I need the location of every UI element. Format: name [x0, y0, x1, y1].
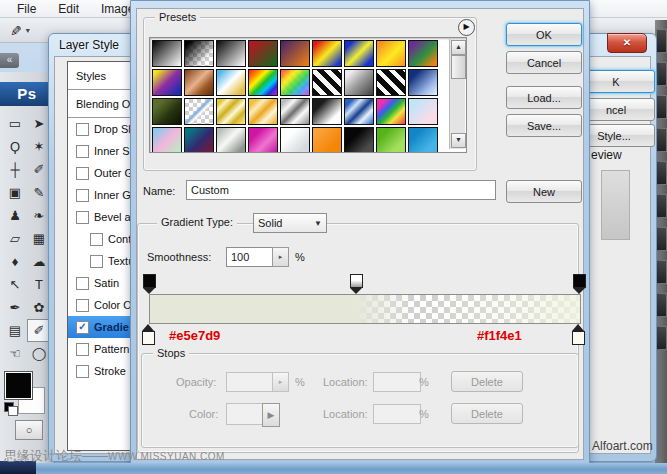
- gradient-preset[interactable]: [184, 69, 214, 96]
- gradient-preset[interactable]: [344, 40, 374, 67]
- save-button[interactable]: Save...: [506, 114, 582, 137]
- gradient-preset[interactable]: [152, 40, 182, 67]
- checkbox-icon[interactable]: [76, 167, 89, 180]
- menu-file[interactable]: File: [6, 2, 47, 16]
- name-input[interactable]: Custom: [186, 180, 496, 200]
- ok-button[interactable]: OK: [506, 23, 582, 46]
- eyedropper-icon[interactable]: ✐: [10, 22, 22, 38]
- gradient-preset[interactable]: [152, 69, 182, 96]
- gradient-preset[interactable]: [376, 98, 406, 125]
- checkbox-icon[interactable]: ✓: [76, 321, 89, 334]
- gradient-preset[interactable]: [376, 40, 406, 67]
- chevron-down-icon[interactable]: ▾: [26, 26, 30, 35]
- panel-collapse-button[interactable]: «: [0, 53, 19, 68]
- gradient-bar[interactable]: [149, 294, 581, 324]
- gradient-preset[interactable]: [312, 40, 342, 67]
- checkbox-icon[interactable]: [90, 233, 103, 246]
- checkbox-icon[interactable]: [76, 343, 89, 356]
- rectangular-marquee-tool[interactable]: ▭: [3, 112, 27, 135]
- gradient-preset[interactable]: [344, 127, 374, 153]
- photoshop-logo: Ps: [0, 82, 54, 106]
- style-item-label: Bevel ar: [94, 211, 134, 223]
- checkbox-icon[interactable]: [76, 211, 89, 224]
- scroll-thumb[interactable]: [451, 55, 466, 79]
- gradient-preset[interactable]: [408, 40, 438, 67]
- gradient-preset[interactable]: [248, 98, 278, 125]
- crop-tool[interactable]: ┼: [3, 158, 27, 181]
- checkbox-icon[interactable]: [76, 277, 89, 290]
- gradient-preset[interactable]: [312, 98, 342, 125]
- location-input-1[interactable]: [373, 372, 421, 392]
- gradient-preset[interactable]: [184, 127, 214, 153]
- gradient-preset[interactable]: [248, 127, 278, 153]
- gradient-preset[interactable]: [216, 40, 246, 67]
- hand-tool[interactable]: ☜: [3, 342, 27, 365]
- gradient-preset[interactable]: [376, 69, 406, 96]
- gradient-preset[interactable]: [216, 127, 246, 153]
- checkbox-icon[interactable]: [90, 255, 103, 268]
- opacity-spinner[interactable]: ▸: [272, 372, 289, 392]
- gradient-preset[interactable]: [312, 127, 342, 153]
- gradient-preset[interactable]: [344, 98, 374, 125]
- checkbox-icon[interactable]: [76, 145, 89, 158]
- location-unit-2: %: [419, 408, 429, 420]
- presets-flyout-button[interactable]: ▶: [458, 19, 475, 36]
- close-button[interactable]: ✕: [607, 33, 647, 53]
- clone-stamp-tool[interactable]: ♟: [3, 204, 27, 227]
- gradient-preset[interactable]: [408, 98, 438, 125]
- notes-tool[interactable]: ▤: [3, 319, 27, 342]
- gradient-preset[interactable]: [216, 69, 246, 96]
- gradient-preset[interactable]: [248, 69, 278, 96]
- gradient-preset[interactable]: [152, 98, 182, 125]
- delete-opacity-button[interactable]: Delete: [451, 371, 523, 392]
- new-button[interactable]: New: [506, 180, 582, 203]
- gradient-preset[interactable]: [152, 127, 182, 153]
- foreground-color-swatch[interactable]: [5, 372, 32, 399]
- opacity-stop-middle[interactable]: [350, 274, 363, 294]
- gradient-preset[interactable]: [216, 98, 246, 125]
- gradient-preset[interactable]: [184, 98, 214, 125]
- gradient-preset[interactable]: [344, 69, 374, 96]
- menu-edit[interactable]: Edit: [47, 2, 90, 16]
- quick-mask-button[interactable]: ○: [15, 420, 43, 440]
- gradient-preset[interactable]: [280, 127, 310, 153]
- checkbox-icon[interactable]: [76, 123, 89, 136]
- style-item-label: Inner G: [94, 189, 131, 201]
- lasso-tool[interactable]: Ϙ: [3, 135, 27, 158]
- location-input-2[interactable]: [373, 404, 421, 424]
- gradient-preset[interactable]: [184, 40, 214, 67]
- gradient-preset[interactable]: [248, 40, 278, 67]
- gradient-type-dropdown[interactable]: Solid ▼: [253, 213, 327, 233]
- smoothness-spinner[interactable]: ▸: [272, 247, 289, 267]
- pen-tool[interactable]: ✒: [3, 296, 27, 319]
- default-colors-icon[interactable]: [4, 402, 17, 415]
- layer-style-title: Layer Style: [59, 38, 119, 52]
- scroll-down-icon[interactable]: ▼: [451, 133, 466, 148]
- opacity-stop-right[interactable]: [573, 274, 586, 294]
- gradient-preset[interactable]: [312, 69, 342, 96]
- path-selection-tool[interactable]: ↖: [3, 273, 27, 296]
- eraser-tool[interactable]: ▱: [3, 227, 27, 250]
- scroll-up-icon[interactable]: ▲: [451, 40, 466, 55]
- opacity-unit: %: [295, 376, 305, 388]
- gradient-preset[interactable]: [376, 127, 406, 153]
- gradient-preset[interactable]: [280, 98, 310, 125]
- gradient-preset[interactable]: [408, 127, 438, 153]
- checkbox-icon[interactable]: [76, 189, 89, 202]
- color-stop-left[interactable]: [142, 324, 155, 344]
- color-arrow-button[interactable]: ▶: [262, 403, 280, 427]
- gradient-preset[interactable]: [280, 69, 310, 96]
- gradient-preset[interactable]: [408, 69, 438, 96]
- opacity-stop-left[interactable]: [143, 274, 156, 294]
- cancel-button[interactable]: Cancel: [506, 51, 582, 74]
- checkbox-icon[interactable]: [76, 299, 89, 312]
- location-label-2: Location:: [323, 408, 368, 420]
- gradient-preset[interactable]: [280, 40, 310, 67]
- delete-color-button[interactable]: Delete: [451, 403, 523, 424]
- checkbox-icon[interactable]: [76, 365, 89, 378]
- presets-scrollbar[interactable]: ▲ ▼: [449, 39, 465, 149]
- blur-tool[interactable]: ♦: [3, 250, 27, 273]
- load-button[interactable]: Load...: [506, 86, 582, 109]
- color-stop-right[interactable]: [572, 324, 585, 344]
- healing-brush-tool[interactable]: ▣: [3, 181, 27, 204]
